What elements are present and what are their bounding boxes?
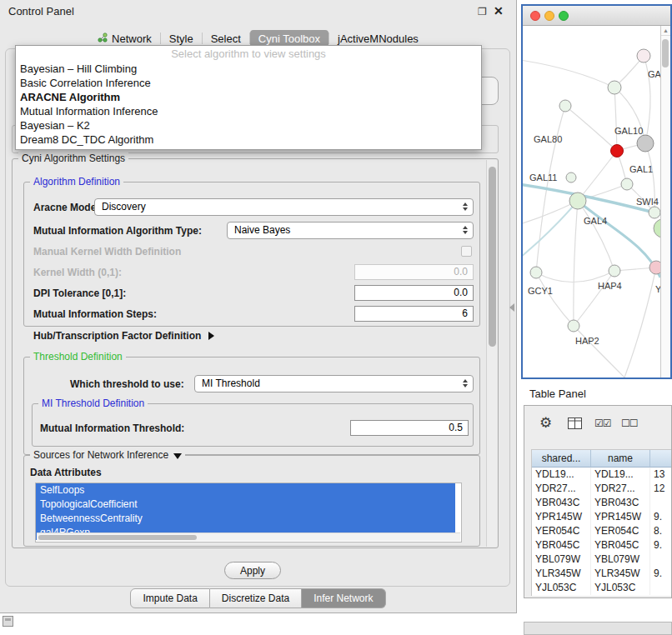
table-cell[interactable]: YBL079W [591,552,650,567]
table-cell[interactable] [650,496,671,510]
horizontal-scrollbar[interactable] [37,532,460,541]
table-cell[interactable]: YBR045C [591,538,650,552]
vertical-scrollbar[interactable]: ▲ [660,26,670,378]
mi-steps-field[interactable]: 6 [354,306,474,322]
tab-impute-data[interactable]: Impute Data [130,588,209,608]
table-cell[interactable]: YER054C [532,524,591,538]
node-label: GAL4 [584,216,607,226]
manual-kernel-checkbox[interactable] [461,246,472,257]
menu-item[interactable]: Mutual Information Inference [16,104,481,118]
splitter-handle[interactable] [509,303,514,312]
network-node [654,219,660,238]
close-icon[interactable]: ✕ [494,4,504,18]
table-row[interactable]: YBL079W YBL079W [532,552,671,567]
table-cell[interactable]: 13 [650,468,671,482]
scrollbar-thumb[interactable] [662,39,669,68]
tab-discretize-data[interactable]: Discretize Data [210,588,302,608]
kernel-width-label: Kernel Width (0,1): [33,267,122,278]
table-cell[interactable]: YPR145W [591,510,650,524]
column-header[interactable] [650,450,671,468]
scrollbar-thumb[interactable] [489,167,496,347]
mi-threshold-field[interactable]: 0.5 [350,420,469,436]
which-threshold-combobox[interactable]: MI Threshold [194,375,474,392]
node-label: HAP2 [575,336,599,346]
network-node [637,49,650,62]
table-cell[interactable]: YER054C [591,524,650,538]
scrollbar-thumb[interactable] [38,535,197,540]
table-row[interactable]: YJL053C YJL053C [532,581,671,595]
table-cell[interactable]: YPR145W [532,510,591,524]
sources-group-toggle[interactable]: Sources for Network Inference [30,449,185,461]
table-row[interactable]: YLR345W YLR345W 9. [532,567,671,581]
menu-item[interactable]: Dream8 DC_TDC Algorithm [16,132,481,147]
network-node [569,192,586,209]
table-cell[interactable]: YJL053C [532,581,591,595]
dpi-tolerance-field[interactable]: 0.0 [354,285,474,301]
node-label: GAL11 [529,172,557,182]
node-label: GAL80 [534,134,562,144]
table-cell[interactable]: 9. [650,538,671,552]
table-cell[interactable]: YDR27... [591,482,650,496]
menu-item[interactable]: Basic Correlation Inference [16,76,481,90]
list-item[interactable]: TopologicalCoefficient [36,498,455,512]
table-cell[interactable]: YJL053C [591,581,650,595]
table-cell[interactable]: 9. [650,567,671,581]
vertical-scrollbar[interactable] [486,160,497,547]
column-header[interactable]: name [591,450,650,468]
gear-icon[interactable]: ⚙ [539,414,552,432]
menu-item[interactable]: Bayesian – K2 [16,118,481,132]
node-table: shared... name YDL19... YDL19... 13 YDR2… [531,449,671,596]
window-titlebar[interactable] [523,6,670,26]
apply-button[interactable]: Apply [224,562,281,579]
float-window-icon[interactable]: ❐ [478,6,487,18]
table-cell[interactable]: YLR345W [591,567,650,581]
select-unchecked-icon[interactable]: ☐☐ [621,418,638,429]
table-cell[interactable]: YBR043C [591,496,650,510]
table-cell[interactable]: YBL079W [532,552,591,567]
table-header-row: shared... name [532,450,671,468]
dpi-tolerance-label: DPI Tolerance [0,1]: [33,288,126,299]
mi-type-combobox[interactable]: Naive Bayes [227,222,474,239]
list-item[interactable]: SelfLoops [36,483,455,498]
table-panel: ⚙ ☑☑ ☐☐ shared... name YDL19... YDL19...… [524,405,672,598]
table-cell[interactable] [650,552,671,567]
hub-definition-toggle[interactable]: Hub/Transcription Factor Definition [33,330,214,342]
table-cell[interactable]: 9. [650,510,671,524]
aracne-mode-combobox[interactable]: Discovery [94,198,474,216]
select-checked-icon[interactable]: ☑☑ [594,418,611,429]
zoom-traffic-light[interactable] [559,11,569,21]
minimize-traffic-light[interactable] [544,11,554,21]
show-columns-icon[interactable] [568,418,582,432]
list-item[interactable]: BetweennessCentrality [36,512,455,526]
table-cell[interactable]: YDL19... [591,468,650,482]
table-row[interactable]: YDR27... YDR27... 12 [532,482,671,496]
menu-item-selected[interactable]: ARACNE Algorithm [16,90,481,104]
menu-item[interactable]: Bayesian – Hill Climbing [16,62,481,76]
network-canvas[interactable]: GAL80 GAL10 GAL11 GAL1 SWI4 GAL4 GCY1 HA… [523,26,660,378]
table-cell[interactable]: YBR043C [532,496,591,510]
scroll-up-arrow-icon[interactable]: ▲ [661,26,670,36]
table-cell[interactable] [650,581,671,595]
network-node [609,265,620,277]
data-attributes-list[interactable]: SelfLoops TopologicalCoefficient Between… [35,482,462,542]
table-cell[interactable]: YDR27... [532,482,591,496]
network-node [621,178,633,190]
minimized-panel-icon[interactable] [3,616,13,627]
combo-arrows-icon [463,379,468,388]
tab-infer-network[interactable]: Infer Network [302,588,385,608]
node-label: GAL10 [614,126,643,136]
table-row[interactable]: YBR045C YBR045C 9. [532,538,671,552]
table-cell[interactable]: 12 [650,482,671,496]
table-row[interactable]: YDL19... YDL19... 13 [532,468,671,482]
table-row[interactable]: YBR043C YBR043C [532,496,671,510]
column-header[interactable]: shared... [532,450,591,468]
threshold-definition-title: Threshold Definition [30,351,126,362]
table-cell[interactable]: YLR345W [532,567,591,581]
table-row[interactable]: YER054C YER054C 8. [532,524,671,538]
table-cell[interactable]: 8. [650,524,671,538]
close-traffic-light[interactable] [530,11,540,21]
algorithm-definition-title: Algorithm Definition [30,176,123,188]
table-cell[interactable]: YDL19... [532,468,591,482]
table-cell[interactable]: YBR045C [532,538,591,552]
table-row[interactable]: YPR145W YPR145W 9. [532,510,671,524]
